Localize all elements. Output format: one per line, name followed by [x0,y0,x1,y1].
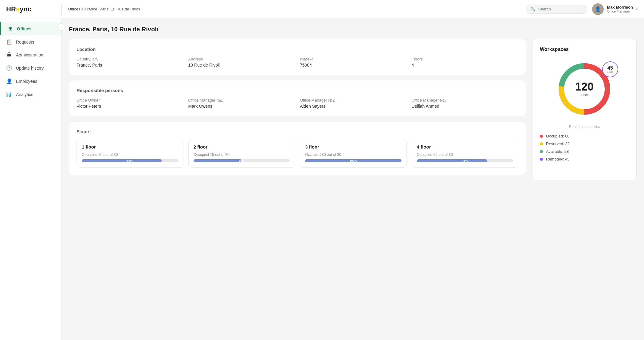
logo-text: HRsync [6,5,31,13]
floors-card: Floors 1 floor Occupied 25 out of 30 83%… [69,121,526,175]
location-field: Country, cityFrance, Paris [77,57,183,68]
sidebar-item-update-history[interactable]: 🕐Update history [0,61,61,75]
location-field: Индекс75004 [300,57,407,68]
floor-name: 4 floor [417,144,513,149]
app-shell: HRsync Offices > France, Paris, 10 Rue d… [0,0,644,340]
donut-label: seats [575,92,594,97]
progress-label: 83% [127,159,133,162]
floor-occupied: Occupied 15 out of 30 [194,153,290,157]
responsible-grid: Office OwnerVictor PetersOffice Manager … [77,98,518,109]
legend-item: Reserved: 32 [540,141,629,146]
avatar: 👤 [592,3,604,15]
chevron-down-icon: ▾ [636,7,638,11]
user-info: Max Morrison Office Manager [607,5,633,13]
sidebar-item-offices[interactable]: ⊞Offices [0,22,61,35]
floor-card[interactable]: 3 floor Occupied 30 out of 30 100% [300,139,407,168]
legend-dot [540,158,543,161]
field-value: 75004 [300,63,407,68]
content-area: France, Paris, 10 Rue de Rivoli Location… [61,18,644,340]
progress-label: 100% [350,159,357,162]
legend-dot [540,150,543,153]
workspaces-panel: Workspaces [532,39,637,180]
user-name: Max Morrison [607,5,633,10]
field-value: 10 Rue de Rivoli [188,63,295,68]
responsible-field: Office Manager №2Aiden Sayers [300,98,407,109]
location-grid: Country, cityFrance, ParisAddress10 Rue … [77,57,518,68]
sidebar-icon-requests: 📋 [6,39,12,45]
legend: Occupied: 60Reserved: 32Available: 28Rem… [540,134,629,161]
field-value: Delilah Ahmed [412,104,519,109]
location-title: Location [77,47,518,52]
responsible-title: Responsible persons [77,88,518,93]
location-card: Location Country, cityFrance, ParisAddre… [69,39,526,75]
remote-label: seats [607,71,613,73]
responsible-field: Office OwnerVictor Peters [77,98,183,109]
floor-card[interactable]: 1 floor Occupied 25 out of 30 83% [77,139,183,168]
sidebar-collapse-button[interactable]: ‹ [57,23,65,31]
content-grid: Location Country, cityFrance, ParisAddre… [69,39,637,180]
progress-bar: 100% [305,159,402,162]
legend-dot [540,135,543,138]
sidebar-icon-administration: 🏛 [6,52,12,58]
progress-bar: 73% [417,159,513,162]
donut-total: 120 [575,81,594,92]
user-area[interactable]: 👤 Max Morrison Office Manager ▾ [592,3,638,15]
sidebar-icon-analytics: 📊 [6,91,12,97]
legend-label: Available: 28 [546,149,569,154]
sidebar-item-requests[interactable]: 📋Requests [0,35,61,48]
app-logo: HRsync [6,5,55,13]
progress-label: 50% [239,159,244,162]
user-role: Office Manager [607,10,633,13]
search-input[interactable] [538,7,583,11]
floor-occupied: Occupied 22 out of 30 [417,153,513,157]
breadcrumb: Offices > France, Paris, 10 Rue de Rivol… [68,7,520,11]
responsible-card: Responsible persons Office OwnerVictor P… [69,80,526,116]
main-layout: ‹ ⊞Offices📋Requests🏛Administration🕐Updat… [0,18,644,340]
chart-subtitle: Real-time statistics [540,125,629,129]
remote-count: 45 [607,66,613,71]
workspaces-title: Workspaces [540,47,629,52]
sidebar-label-administration: Administration [16,52,43,57]
floor-card[interactable]: 4 floor Occupied 22 out of 30 73% [412,139,519,168]
legend-item: Occupied: 60 [540,134,629,138]
sidebar-item-administration[interactable]: 🏛Administration [0,48,61,61]
floors-grid: 1 floor Occupied 25 out of 30 83% 2 floo… [77,139,518,168]
progress-fill [82,159,162,162]
location-field: Floors4 [412,57,519,68]
floor-card[interactable]: 2 floor Occupied 15 out of 30 50% [188,139,295,168]
floors-title: Floors [77,129,518,134]
search-box[interactable]: 🔍 [526,5,587,14]
field-label: Office Manager №1 [188,98,295,102]
sidebar-icon-update-history: 🕐 [6,65,12,71]
remote-badge: 45 seats [602,61,618,77]
field-label: Индекс [300,57,407,61]
floor-occupied: Occupied 25 out of 30 [82,153,178,157]
sidebar-label-employees: Employees [16,79,37,84]
progress-fill [417,159,487,162]
chart-area: 120 seats 45 seats [540,58,629,120]
progress-bar: 50% [194,159,290,162]
field-value: Mark Owens [188,104,295,109]
page-title: France, Paris, 10 Rue de Rivoli [69,26,637,33]
field-label: Floors [412,57,519,61]
field-label: Office Manager №2 [300,98,407,102]
floor-name: 1 floor [82,144,178,149]
sidebar-icon-employees: 👤 [6,78,12,84]
field-label: Address [188,57,295,61]
sidebar: ‹ ⊞Offices📋Requests🏛Administration🕐Updat… [0,18,61,340]
sidebar-label-update-history: Update history [16,66,44,71]
topbar: HRsync Offices > France, Paris, 10 Rue d… [0,0,644,18]
donut-chart: 120 seats 45 seats [554,58,615,120]
sidebar-label-offices: Offices [17,26,31,31]
sidebar-item-analytics[interactable]: 📊Analytics [0,88,61,101]
field-value: 4 [412,63,519,68]
sidebar-item-employees[interactable]: 👤Employees [0,75,61,88]
topbar-divider [61,4,62,15]
sidebar-icon-offices: ⊞ [7,26,13,32]
donut-center: 120 seats [575,81,594,97]
field-value: Aiden Sayers [300,104,407,109]
floor-name: 3 floor [305,144,402,149]
left-column: Location Country, cityFrance, ParisAddre… [69,39,526,180]
responsible-field: Office Manager №1Mark Owens [188,98,295,109]
floor-occupied: Occupied 30 out of 30 [305,153,402,157]
